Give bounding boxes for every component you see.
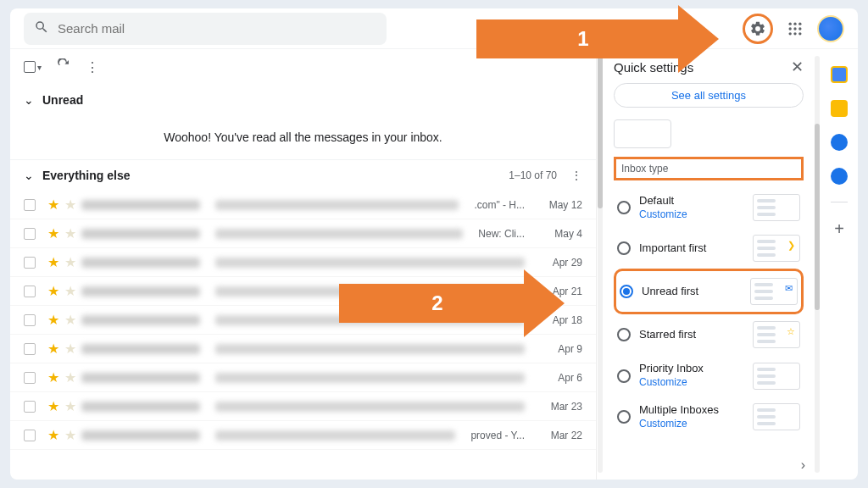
checkbox[interactable] [24, 372, 36, 384]
contacts-icon[interactable] [831, 168, 848, 185]
section-unread[interactable]: ⌄ Unread [10, 85, 596, 115]
subject-blur [215, 373, 525, 383]
star-icon[interactable]: ★ [64, 254, 76, 270]
option-label: DefaultCustomize [639, 194, 744, 221]
radio[interactable] [617, 241, 631, 255]
customize-link[interactable]: Customize [639, 418, 744, 431]
select-all[interactable]: ▾ [24, 61, 42, 73]
star-icon[interactable]: ★ [47, 312, 59, 328]
checkbox[interactable] [24, 343, 36, 355]
annotation-label: 1 [577, 27, 588, 51]
sender-blur [81, 402, 200, 412]
customize-link[interactable]: Customize [639, 208, 744, 222]
see-all-settings-button[interactable]: See all settings [614, 83, 804, 108]
star-icon[interactable]: ★ [47, 197, 59, 213]
star-icon[interactable]: ★ [47, 369, 59, 385]
inbox-type-option[interactable]: Unread first✉ [614, 269, 804, 314]
sender-blur [81, 344, 200, 354]
table-row[interactable]: ★★proved - Y...Mar 22 [10, 421, 596, 450]
star-icon[interactable]: ★ [47, 398, 59, 414]
subject-blur [215, 258, 525, 268]
checkbox[interactable] [24, 314, 36, 326]
tasks-icon[interactable] [831, 134, 848, 151]
star-icon[interactable]: ★ [64, 369, 76, 385]
checkbox[interactable] [24, 199, 36, 211]
inbox-type-option[interactable]: Starred first☆ [614, 314, 804, 355]
chevron-right-icon[interactable]: › [801, 458, 805, 473]
refresh-icon[interactable] [57, 58, 70, 75]
svg-point-1 [793, 22, 796, 25]
svg-point-7 [793, 32, 796, 35]
table-row[interactable]: ★★.com" - H...May 12 [10, 191, 596, 219]
inbox-type-option[interactable]: DefaultCustomize [614, 187, 804, 228]
app-window: ▾ ⋮ ⌄ Unread Woohoo! You've read all the… [10, 8, 858, 480]
radio[interactable] [617, 328, 631, 341]
option-thumbnail [753, 194, 800, 221]
email-date: Mar 22 [540, 430, 582, 441]
radio[interactable] [617, 369, 631, 383]
keep-icon[interactable] [831, 100, 848, 117]
calendar-icon[interactable] [831, 66, 848, 83]
star-icon[interactable]: ★ [64, 398, 76, 414]
inbox-type-option[interactable]: Important first❯ [614, 228, 804, 269]
table-row[interactable]: ★★New: Cli...May 4 [10, 219, 596, 248]
sender-blur [81, 229, 200, 239]
apps-icon[interactable] [780, 14, 810, 44]
radio[interactable] [617, 410, 631, 424]
checkbox[interactable] [24, 401, 36, 413]
option-thumbnail [753, 403, 800, 430]
svg-point-6 [789, 32, 792, 35]
star-icon[interactable]: ★ [47, 254, 59, 270]
snippet: .com" - H... [474, 199, 525, 211]
checkbox[interactable] [24, 257, 36, 269]
avatar[interactable] [817, 15, 844, 42]
subject-blur [215, 402, 525, 412]
annotation-arrow-1: 1 [476, 5, 719, 73]
star-icon[interactable]: ★ [64, 312, 76, 328]
checkbox[interactable] [24, 430, 36, 441]
option-thumbnail [753, 363, 800, 390]
star-icon[interactable]: ★ [64, 283, 76, 299]
settings-gear-icon[interactable] [743, 14, 773, 44]
section-title: Unread [42, 93, 83, 107]
option-thumbnail: ✉ [750, 278, 798, 305]
star-icon[interactable]: ★ [47, 225, 59, 241]
table-row[interactable]: ★★Apr 9 [10, 335, 596, 363]
star-icon[interactable]: ★ [47, 283, 59, 299]
radio[interactable] [617, 201, 631, 214]
star-icon[interactable]: ★ [47, 427, 59, 443]
section-everything[interactable]: ⌄ Everything else 1–10 of 70 ⋮ [10, 160, 596, 191]
add-icon[interactable]: + [834, 219, 844, 239]
option-label: Important first [639, 241, 744, 256]
star-icon[interactable]: ★ [47, 341, 59, 357]
star-icon[interactable]: ★ [64, 225, 76, 241]
table-row[interactable]: ★★Apr 6 [10, 363, 596, 392]
star-icon[interactable]: ★ [64, 427, 76, 443]
option-thumbnail: ❯ [753, 235, 800, 262]
option-thumbnail: ☆ [753, 321, 800, 348]
search-bar[interactable] [24, 13, 387, 45]
checkbox[interactable] [24, 286, 36, 297]
inbox-type-option[interactable]: Priority InboxCustomize [614, 355, 804, 396]
page-range: 1–10 of 70 [509, 169, 557, 181]
sender-blur [81, 200, 200, 210]
panel-scrollbar[interactable] [814, 49, 821, 480]
table-row[interactable]: ★★Mar 23 [10, 392, 596, 421]
more-icon[interactable]: ⋮ [570, 169, 582, 182]
email-date: Mar 23 [540, 401, 582, 413]
close-icon[interactable]: ✕ [791, 58, 804, 76]
radio[interactable] [620, 285, 633, 298]
star-icon[interactable]: ★ [64, 197, 76, 213]
more-icon[interactable]: ⋮ [86, 59, 99, 75]
search-input[interactable] [58, 21, 376, 36]
svg-point-2 [798, 22, 801, 25]
subject-blur [215, 229, 463, 239]
main-scrollbar[interactable] [597, 49, 604, 480]
checkbox[interactable] [24, 228, 36, 240]
star-icon[interactable]: ★ [64, 341, 76, 357]
sender-blur [81, 286, 200, 297]
density-preview[interactable] [614, 119, 671, 148]
customize-link[interactable]: Customize [639, 376, 744, 390]
quick-settings-panel: Quick settings ✕ See all settings Inbox … [604, 49, 814, 480]
inbox-type-option[interactable]: Multiple InboxesCustomize [614, 396, 804, 437]
